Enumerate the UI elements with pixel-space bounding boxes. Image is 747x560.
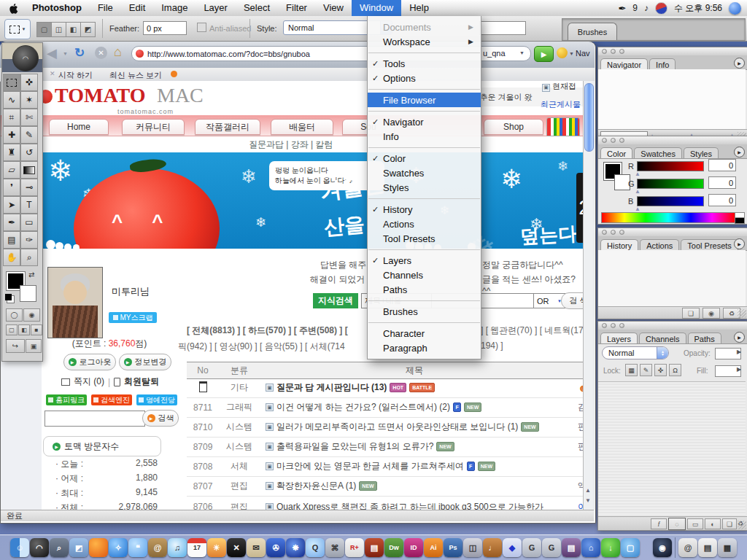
dock-installer-a[interactable]: G [522, 538, 541, 557]
tab-color[interactable]: Color [600, 147, 632, 158]
dock-garageband[interactable]: ♩ [483, 538, 502, 557]
board-row[interactable]: 8707 편집 ▣확장한자윤신문A (1) NEW 액션 [187, 476, 583, 497]
dock-iphoto-beach[interactable]: ☀ [207, 538, 226, 557]
g-value[interactable]: 0 [708, 176, 736, 189]
new-set-button[interactable]: ▭ [687, 518, 703, 529]
menu-item-history[interactable]: ✓History [368, 202, 481, 217]
gradient-tool[interactable] [20, 161, 38, 179]
lasso-tool[interactable]: ∿ [3, 91, 20, 109]
resize-grip[interactable] [738, 309, 746, 318]
board-notice-row[interactable]: 기타 ▣질문과 답 게시판입니다 (13) HOT BATTLE ☻ [187, 378, 583, 398]
navigator-palette[interactable]: Navigator Info ▶ ▲ ▲ ▲ [597, 47, 747, 142]
dock-ichat[interactable]: ❝ [128, 538, 147, 557]
g-slider[interactable] [637, 179, 704, 189]
post-author[interactable]: 편집 [578, 421, 583, 433]
new-snapshot-button[interactable]: ◉ [703, 308, 720, 319]
width-field[interactable] [479, 21, 526, 35]
current-users[interactable]: ▣ 현재접 [542, 81, 583, 92]
menu-item-character[interactable]: Character [368, 326, 481, 341]
layers-palette[interactable]: Layers Channels Paths ▶ Normal▲▼ Opacity… [597, 321, 747, 531]
edit-info-button[interactable]: ▶정보변경 [119, 354, 171, 370]
tool-palette[interactable]: ◠ ✜ ∿ ✶ ⌗ ✄ ✚ ✎ ♜ ↺ ▱ ❜ ⊸ ➤ T ✒ ▭ ▤ ✑ ✋ … [1, 42, 43, 362]
default-colors-icon[interactable] [5, 294, 12, 300]
hall-of-fame-badge[interactable]: 명예전당 [136, 394, 177, 405]
back-button[interactable]: ◀ [47, 45, 57, 61]
apple-menu[interactable] [0, 3, 24, 14]
sub-nav[interactable]: 질문과답 | 강좌 | 칼럼 [249, 139, 333, 151]
selection-mode-new[interactable]: ▢ [36, 22, 52, 37]
personal-link1[interactable]: 시작 하기 [58, 70, 93, 81]
close-icon[interactable] [602, 230, 607, 235]
url-dropdown-icon[interactable]: ▼ [519, 50, 525, 55]
post-title[interactable]: 확장한자윤신문A (1) [276, 480, 356, 492]
tab-channels[interactable]: Channels [639, 332, 686, 343]
fill-arrow-icon[interactable]: ▶ [737, 366, 741, 373]
new-layer-button[interactable]: ❏ [722, 518, 737, 529]
zoom-icon[interactable] [619, 49, 624, 54]
dock-image-capture[interactable]: ⌕ [50, 538, 69, 557]
quick-mask-button[interactable]: ◉ [23, 308, 40, 322]
tab-swatches[interactable]: Swatches [634, 147, 682, 158]
menu-image[interactable]: Image [153, 0, 196, 16]
dock-indesign[interactable]: ID [404, 538, 423, 557]
notice-title[interactable]: 질문과 답 게시판입니다 (13) [276, 381, 387, 394]
tab-tool-presets[interactable]: Tool Presets [681, 239, 738, 250]
dock-r-app[interactable]: R+ [345, 538, 364, 557]
history-palette[interactable]: History Actions Tool Presets ▶ ❏ ◉ ♻ [597, 228, 747, 319]
pen-tool[interactable]: ✒ [3, 214, 20, 231]
zoom-tool[interactable]: ⌕ [20, 249, 38, 266]
board-row[interactable]: 8710 시스템 ▣일러가 메모리부족이라고 뜨면서 아웃라인상태로 보입니다 … [187, 417, 583, 438]
screen-mode-standard[interactable]: ▢ [6, 324, 18, 335]
lock-move-button[interactable]: ✜ [654, 364, 667, 376]
slice-tool[interactable]: ✄ [20, 109, 38, 126]
post-author[interactable]: 액션 [578, 480, 583, 492]
post-title[interactable]: 마크안에 있는 영문과 한글 서체를 가르쳐주세여 [276, 460, 464, 472]
tab-navigator[interactable]: Navigator [600, 58, 648, 69]
eraser-tool[interactable]: ▱ [3, 161, 20, 179]
dock-dreamweaver[interactable]: Dw [384, 538, 403, 557]
category-line1-left[interactable]: [ 전체(8813) ] [ 하드(570) ] [ 주변(508) ] [ [187, 324, 348, 337]
banner[interactable]: ❄ ❄ ❄ ❄ ❄ ❄ ❄ ❄ ❄ ❄ ❄ ^^ 펑펑 눈이옵니다 하늘에서 눈… [42, 152, 583, 249]
active-tool-preview[interactable]: ▼ [4, 19, 31, 39]
dock-firefox[interactable] [89, 538, 108, 557]
dock-itunes[interactable]: ♫ [168, 538, 187, 557]
recent-posts-link[interactable]: 최근게시물 [541, 99, 581, 110]
logo-red[interactable]: TOMATO [55, 84, 145, 107]
menu-item-paragraph[interactable]: Paragraph [368, 341, 481, 355]
menu-help[interactable]: Help [401, 0, 437, 16]
rect-marquee-tool[interactable] [3, 74, 20, 91]
shape-tool[interactable]: ▭ [20, 214, 38, 231]
bookmark-label[interactable]: Nav [576, 49, 593, 58]
nav-tab-home[interactable]: Home [49, 119, 109, 135]
category-line2-left[interactable]: 픽(942) ] [ 영상(90) ] [ 음악(55) ] [ 서체(714 [178, 341, 345, 353]
menu-item-tool-presets[interactable]: Tool Presets [368, 231, 481, 246]
dock-keyboard[interactable]: ▤ [698, 538, 717, 557]
menu-item-actions[interactable]: Actions [368, 217, 481, 231]
resize-grip[interactable] [738, 521, 746, 529]
magic-wand-tool[interactable]: ✶ [20, 91, 38, 109]
minimize-icon[interactable] [611, 49, 616, 54]
layer-style-button[interactable]: f [651, 518, 667, 529]
category-line2-right[interactable]: 194) ] [481, 341, 503, 351]
back-dropdown-icon[interactable]: ▼ [63, 51, 68, 56]
type-tool[interactable]: T [20, 196, 38, 214]
post-title[interactable]: 출력용파일을 모았는데 유형1의 오류가? [276, 440, 433, 453]
dock-transfer[interactable]: ▢ [621, 538, 640, 557]
screen-mode-full[interactable]: ■ [31, 324, 42, 335]
logout-button[interactable]: ▶로그아웃 [63, 354, 116, 370]
nav-tab-shop[interactable]: Shop [484, 119, 543, 135]
palette-menu-icon[interactable]: ▶ [734, 332, 745, 343]
menu-edit[interactable]: Edit [121, 0, 153, 16]
swap-colors-icon[interactable]: ⇄ [28, 271, 34, 279]
post-author[interactable]: 편집 [578, 440, 583, 453]
scroll-down-icon[interactable]: ▼ [585, 497, 591, 504]
menu-item-layers[interactable]: ✓Layers [368, 253, 481, 268]
menu-item-options[interactable]: ✓Options [368, 71, 481, 85]
anti-aliased-checkbox[interactable] [197, 23, 206, 32]
shop-awning-icon[interactable] [546, 117, 580, 136]
menubar-clock[interactable]: 수 오후 9:56 [674, 2, 722, 15]
nav-tab-gallery[interactable]: 작품갤러리 [195, 119, 260, 135]
dock-grab-globe[interactable]: ◠ [30, 538, 49, 557]
dock-ledger[interactable]: ▤ [365, 538, 384, 557]
sidebar-search-input[interactable] [44, 411, 145, 427]
